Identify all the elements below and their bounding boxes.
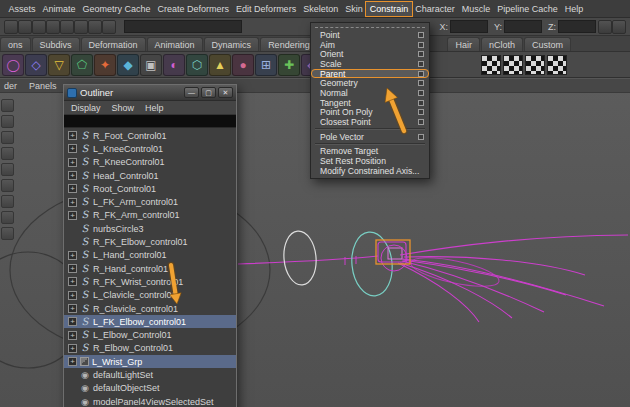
shelf-icon-12[interactable]: ⊞ bbox=[255, 54, 277, 76]
expand-icon[interactable]: + bbox=[68, 198, 77, 207]
expand-icon[interactable]: + bbox=[68, 277, 77, 286]
menu-tearoff-handle[interactable] bbox=[315, 24, 425, 28]
white-circle-control[interactable] bbox=[282, 230, 319, 287]
option-box-icon[interactable] bbox=[418, 119, 424, 125]
menu-help[interactable]: Help bbox=[561, 2, 587, 16]
z-input[interactable] bbox=[558, 20, 596, 33]
snap-grid-icon[interactable] bbox=[60, 20, 74, 34]
shelf-icon-4[interactable]: ⬠ bbox=[71, 54, 93, 76]
menu-animate[interactable]: Animate bbox=[39, 2, 79, 16]
option-box-icon[interactable] bbox=[418, 80, 424, 86]
shelf-icon-2[interactable]: ◇ bbox=[25, 54, 47, 76]
outliner-item[interactable]: ◉defaultLightSet bbox=[64, 368, 236, 381]
menu-item-closest-point[interactable]: Closest Point bbox=[311, 117, 429, 127]
lasso-tool-icon[interactable] bbox=[1, 115, 14, 128]
outliner-item[interactable]: ◉defaultObjectSet bbox=[64, 382, 236, 395]
maximize-button[interactable]: ▢ bbox=[201, 87, 216, 98]
outliner-item[interactable]: SR_FK_Elbow_control01 bbox=[64, 235, 236, 248]
shelf-tab-deformation[interactable]: Deformation bbox=[81, 37, 146, 51]
shelf-tab-custom[interactable]: Custom bbox=[524, 37, 571, 51]
render-settings-icon[interactable] bbox=[612, 20, 626, 34]
rotate-tool-icon[interactable] bbox=[1, 163, 14, 176]
menu-item-normal[interactable]: Normal bbox=[311, 88, 429, 98]
menu-create-deformers[interactable]: Create Deformers bbox=[154, 2, 233, 16]
shelf-checker-icon[interactable] bbox=[525, 55, 545, 75]
option-box-icon[interactable] bbox=[418, 90, 424, 96]
shelf-icon-5[interactable]: ✦ bbox=[94, 54, 116, 76]
close-button[interactable]: ✕ bbox=[218, 87, 233, 98]
expand-icon[interactable]: + bbox=[68, 331, 77, 340]
menu-pipeline-cache[interactable]: Pipeline Cache bbox=[494, 2, 562, 16]
outliner-item[interactable]: +SR_FK_Wrist_control01 bbox=[64, 275, 236, 288]
scene-icon[interactable] bbox=[4, 20, 18, 34]
outliner-filter-input[interactable] bbox=[64, 115, 236, 128]
outliner-item[interactable]: +SR_Clavicle_control01 bbox=[64, 302, 236, 315]
minimize-button[interactable]: — bbox=[184, 87, 199, 98]
outliner-item[interactable]: +SHead_Control01 bbox=[64, 169, 236, 182]
show-manip-icon[interactable] bbox=[1, 211, 14, 224]
option-box-icon[interactable] bbox=[418, 42, 424, 48]
expand-icon[interactable]: + bbox=[68, 304, 77, 313]
move-tool-icon[interactable] bbox=[1, 147, 14, 160]
shelf-checker-icon[interactable] bbox=[503, 55, 523, 75]
outliner-item[interactable]: ◉modelPanel4ViewSelectedSet bbox=[64, 395, 236, 407]
menu-edit-deformers[interactable]: Edit Deformers bbox=[233, 2, 300, 16]
option-box-icon[interactable] bbox=[418, 100, 424, 106]
shelf-icon-9[interactable]: ⬡ bbox=[186, 54, 208, 76]
select-component-icon[interactable] bbox=[46, 20, 60, 34]
shelf-tab-dynamics[interactable]: Dynamics bbox=[204, 37, 260, 51]
menu-skeleton[interactable]: Skeleton bbox=[300, 2, 342, 16]
shelf-tab-ncloth[interactable]: nCloth bbox=[481, 37, 523, 51]
render-view-icon[interactable] bbox=[598, 20, 612, 34]
menu-item-point-on-poly[interactable]: Point On Poly bbox=[311, 108, 429, 118]
option-box-icon[interactable] bbox=[418, 134, 424, 140]
option-box-icon[interactable] bbox=[418, 71, 424, 77]
menu-character[interactable]: Character bbox=[412, 2, 459, 16]
option-box-icon[interactable] bbox=[418, 51, 424, 57]
shelf-tab-ons[interactable]: ons bbox=[0, 37, 31, 51]
shelf-tab-hair[interactable]: Hair bbox=[447, 37, 480, 51]
shelf-icon-13[interactable]: ✚ bbox=[278, 54, 300, 76]
outliner-menu-show[interactable]: Show bbox=[112, 103, 135, 113]
menu-item-scale[interactable]: Scale bbox=[311, 59, 429, 69]
shelf-icon-7[interactable]: ▣ bbox=[140, 54, 162, 76]
outliner-item[interactable]: +SL_FK_Elbow_control01 bbox=[64, 315, 236, 328]
outliner-titlebar[interactable]: Outliner —▢✕ bbox=[64, 85, 236, 101]
shelf-icon-8[interactable]: ◐ bbox=[163, 54, 185, 76]
outliner-item[interactable]: +SR_FK_Arm_control01 bbox=[64, 209, 236, 222]
select-tool-icon[interactable] bbox=[1, 99, 14, 112]
outliner-item[interactable]: SnurbsCircle3 bbox=[64, 222, 236, 235]
outliner-item[interactable]: +SL_Hand_control01 bbox=[64, 249, 236, 262]
outliner-item[interactable]: +SR_Elbow_Control01 bbox=[64, 342, 236, 355]
outliner-menu-help[interactable]: Help bbox=[145, 103, 164, 113]
last-tool-icon[interactable] bbox=[1, 227, 14, 240]
expand-icon[interactable]: + bbox=[68, 171, 77, 180]
shelf-tab-subdivs[interactable]: Subdivs bbox=[32, 37, 80, 51]
menu-item-parent[interactable]: Parent bbox=[311, 69, 429, 79]
outliner-item[interactable]: +SL_FK_Arm_control01 bbox=[64, 195, 236, 208]
expand-icon[interactable]: + bbox=[68, 211, 77, 220]
outliner-item[interactable]: +SR_Foot_Control01 bbox=[64, 129, 236, 142]
expand-icon[interactable]: + bbox=[68, 357, 77, 366]
menu-item-tangent[interactable]: Tangent bbox=[311, 98, 429, 108]
menu-item-pole-vector[interactable]: Pole Vector bbox=[311, 132, 429, 142]
menu-assets[interactable]: Assets bbox=[5, 2, 39, 16]
select-object-icon[interactable] bbox=[32, 20, 46, 34]
expand-icon[interactable]: + bbox=[68, 158, 77, 167]
outliner-item[interactable]: +SL_Elbow_Control01 bbox=[64, 328, 236, 341]
outliner-item[interactable]: +SL_Clavicle_control01 bbox=[64, 289, 236, 302]
menu-item-set-rest-position[interactable]: Set Rest Position bbox=[311, 156, 429, 166]
shelf-icon-6[interactable]: ◆ bbox=[117, 54, 139, 76]
scale-tool-icon[interactable] bbox=[1, 179, 14, 192]
outliner-item[interactable]: +SR_Hand_control01 bbox=[64, 262, 236, 275]
option-box-icon[interactable] bbox=[418, 61, 424, 67]
paint-select-tool-icon[interactable] bbox=[1, 131, 14, 144]
shelf-icon-10[interactable]: ▲ bbox=[209, 54, 231, 76]
shelf-icon-1[interactable]: ◯ bbox=[2, 54, 24, 76]
shelf-icon-3[interactable]: ▽ bbox=[48, 54, 70, 76]
outliner-item[interactable]: +L_Wrist_Grp bbox=[64, 355, 236, 368]
outliner-item[interactable]: +SR_KneeControl01 bbox=[64, 156, 236, 169]
outliner-item[interactable]: +SRoot_Control01 bbox=[64, 182, 236, 195]
menu-item-aim[interactable]: Aim bbox=[311, 40, 429, 50]
expand-icon[interactable]: + bbox=[68, 317, 77, 326]
